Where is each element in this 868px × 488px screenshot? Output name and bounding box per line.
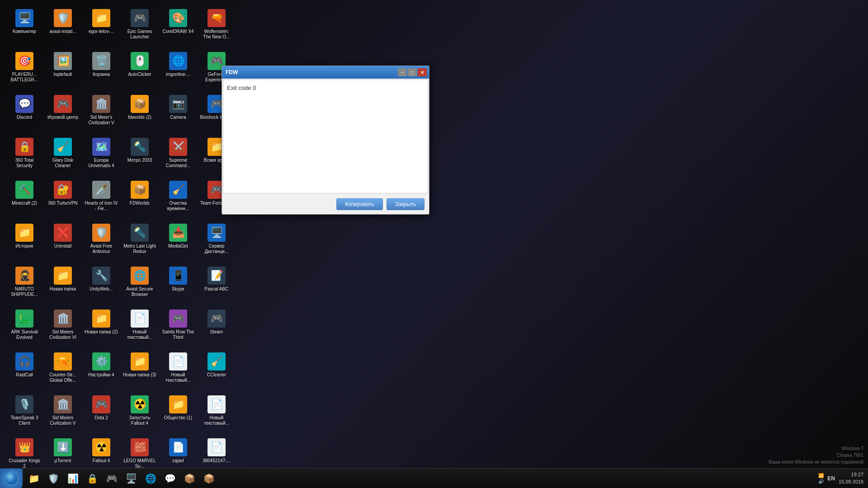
desktop-icon-discord[interactable]: 💬 Discord [7, 93, 42, 133]
icon-label-novaya-papka: Новая папка [50, 286, 76, 292]
taskbar-item-shield[interactable]: 🔒 [83, 470, 101, 487]
desktop-icon-hearts-iron[interactable]: 🗡️ Hearts of Iron IV - Fie... [84, 178, 119, 219]
desktop-icon-obshestvo1[interactable]: 📁 Общество (1) [160, 393, 196, 434]
desktop-icon-raidcall[interactable]: 🎧 RaidCall [7, 350, 42, 391]
desktop-icon-epic-games[interactable]: 🎮 Epic Games Launcher [122, 7, 157, 47]
desktop-icon-supreme[interactable]: ⚔️ Supreme Command... [160, 136, 196, 176]
taskbar-item-skype-task[interactable]: 💬 [161, 470, 179, 487]
desktop-icon-playerunknown[interactable]: 🎯 PLAYERU... BATTLEGR... [7, 50, 42, 90]
desktop-icon-novy-tekst2[interactable]: 📄 Новый текстовый... [160, 350, 196, 391]
desktop-icon-coreldraw[interactable]: 🎨 CorelDRAW X4 [160, 7, 196, 47]
desktop-icon-autoclicker[interactable]: 🖱️ AutoClicker [122, 50, 157, 90]
taskbar-item-ms-app[interactable]: 🖥️ [122, 470, 140, 487]
desktop-icon-europa[interactable]: 🗺️ Europa Universalis 4 [84, 136, 119, 176]
desktop-icon-novaya-papka3[interactable]: 📁 Новая папка (3) [122, 350, 157, 391]
maximize-button[interactable]: □ [408, 68, 417, 76]
desktop-icon-egor-letov[interactable]: 📁 egor-letov-... [84, 7, 119, 47]
icon-image-discord: 💬 [15, 95, 33, 113]
desktop-icon-novaya-papka[interactable]: 📁 Новая папка [45, 264, 80, 305]
desktop-icon-server-distant[interactable]: 🖥️ Сервер Дистанци... [199, 221, 234, 262]
desktop-icon-igrovoy[interactable]: 🎮 Игровой центр [45, 93, 80, 133]
icon-image-steam: 🎮 [208, 310, 226, 328]
desktop-icon-hqdefault[interactable]: 🖼️ hqdefault [45, 50, 80, 90]
icon-label-saints-row: Saints Row The Third [161, 329, 195, 340]
desktop-icon-ark[interactable]: 🦕 ARK Survival Evolved [7, 307, 42, 348]
desktop-icon-metro2033[interactable]: 🔦 Метро 2033 [122, 136, 157, 176]
desktop-icon-360security[interactable]: 🔒 360 Total Security [7, 136, 42, 176]
icon-label-igrovoy: Игровой центр [47, 115, 78, 120]
desktop-icon-glary[interactable]: 🧹 Glary Disk Cleaner [45, 136, 80, 176]
desktop-icon-computer[interactable]: 🖥️ Компьютер [7, 7, 42, 47]
icon-label-ark: ARK Survival Evolved [8, 329, 41, 340]
icon-label-fallout4-launch: Запустить Fallout 4 [123, 415, 156, 426]
desktop-icon-skype[interactable]: 📱 Skype [160, 264, 196, 305]
desktop-icon-fallout4-launch[interactable]: ☢️ Запустить Fallout 4 [122, 393, 157, 434]
desktop-icon-ccleaner[interactable]: 🧹 CCleaner [199, 350, 234, 391]
desktop-icon-minecraft2[interactable]: ⛏️ Minecraft (2) [7, 178, 42, 219]
desktop-icon-novy-tekst[interactable]: 📄 Новый текстовый... [122, 307, 157, 348]
desktop-icon-mediaget[interactable]: 📥 MediaGet [160, 221, 196, 262]
icon-label-360turbovpn: 360 TurboVPN [48, 201, 78, 206]
desktop-icon-ochistka[interactable]: 🧹 Очистка временн... [160, 178, 196, 219]
desktop-icon-sid-civ6[interactable]: 🏛️ Sid Meiers Civilization VI [45, 307, 80, 348]
desktop-icon-counter-strike[interactable]: 🔫 Counter-Str... Global Offe... [45, 350, 80, 391]
icon-image-computer: 🖥️ [15, 9, 33, 27]
minimize-button[interactable]: ─ [398, 68, 407, 76]
desktop-icon-avast-free[interactable]: 🛡️ Avast Free Antivirus [84, 221, 119, 262]
icon-label-unityweb: UnityWeb... [90, 286, 113, 292]
desktop-icon-korzina[interactable]: 🗑️ Корзина [84, 50, 119, 90]
taskbar-item-box2[interactable]: 📦 [200, 470, 218, 487]
icon-label-avast-secure: Avast Secure Browser [123, 286, 156, 297]
icon-label-uninstall: Uninstall [54, 244, 71, 249]
taskbar-item-avast[interactable]: 🛡️ [44, 470, 62, 487]
icon-label-avast-free: Avast Free Antivirus [85, 244, 118, 254]
desktop-icon-fdworlds2[interactable]: 📦 fdworlds (2) [122, 93, 157, 133]
desktop-icon-wolfenstein[interactable]: 🔫 Wolfenstein: The New O... [199, 7, 234, 47]
icon-label-dota2: Dota 2 [94, 415, 108, 421]
close-dialog-button[interactable]: Закрыть [387, 198, 425, 210]
desktop-icon-imgonline[interactable]: 🌐 imgonline-... [160, 50, 196, 90]
language-indicator[interactable]: EN [827, 475, 835, 482]
desktop-icon-teamspeak3[interactable]: 🎙️ TeamSpeak 3 Client [7, 393, 42, 434]
desktop-icon-nastroyki4[interactable]: ⚙️ Настройки 4 [84, 350, 119, 391]
desktop-icon-pascal-abc[interactable]: 📝 Pascal ABC [199, 264, 234, 305]
desktop-icon-dota2[interactable]: 🎮 Dota 2 [84, 393, 119, 434]
icon-image-sid-civ6: 🏛️ [54, 310, 72, 328]
icon-image-camera: 📷 [169, 95, 187, 113]
taskbar-item-box[interactable]: 📦 [180, 470, 198, 487]
icon-image-unityweb: 🔧 [92, 267, 110, 285]
icon-image-mediaget: 📥 [169, 224, 187, 242]
desktop-icon-360turbovpn[interactable]: 🔐 360 TurboVPN [45, 178, 80, 219]
desktop-icon-camera[interactable]: 📷 Camera [160, 93, 196, 133]
taskbar-item-bar-chart[interactable]: 📊 [64, 470, 82, 487]
icon-label-novy-tekst3: Новый текстовый... [200, 415, 233, 426]
icon-image-counter-strike: 🔫 [54, 352, 72, 371]
icon-image-fdworlds: 📦 [131, 181, 149, 199]
icon-label-380452147: 380452147-... [203, 458, 231, 464]
desktop-icon-steam[interactable]: 🎮 Steam [199, 307, 234, 348]
icon-label-teamspeak3: TeamSpeak 3 Client [8, 415, 41, 426]
desktop-icon-unityweb[interactable]: 🔧 UnityWeb... [84, 264, 119, 305]
desktop-icon-avast-install[interactable]: 🛡️ avast-instal... [45, 7, 80, 47]
desktop-icon-metro-last[interactable]: 🔦 Metro Last Light Redux [122, 221, 157, 262]
desktop-icon-novy-tekst3[interactable]: 📄 Новый текстовый... [199, 393, 234, 434]
desktop-icon-istoriya[interactable]: 📁 История [7, 221, 42, 262]
taskbar-item-explorer[interactable]: 📁 [25, 470, 43, 487]
icon-image-coreldraw: 🎨 [169, 9, 187, 27]
desktop-icon-avast-secure[interactable]: 🌐 Avast Secure Browser [122, 264, 157, 305]
desktop-icon-fdworlds[interactable]: 📦 FDWorlds [122, 178, 157, 219]
desktop-icon-sid-civ5[interactable]: 🏛️ Sid Meiers Civilization V [45, 393, 80, 434]
icon-image-novaya-papka: 📁 [54, 267, 72, 285]
taskbar-item-dota[interactable]: 🎮 [103, 470, 121, 487]
close-window-button[interactable]: ✕ [418, 68, 427, 76]
desktop-icon-novaya-papka2[interactable]: 📁 Новая папка (2) [84, 307, 119, 348]
icon-label-sid-civ5: Sid Meiers Civilization V [46, 415, 80, 426]
start-button[interactable] [0, 469, 23, 488]
copy-button[interactable]: Копировать [336, 198, 383, 210]
taskbar-item-opera[interactable]: 🌐 [142, 470, 160, 487]
desktop-icon-naruto[interactable]: 🥷 NARUTO SHIPPUDE... [7, 264, 42, 305]
desktop-icon-saints-row[interactable]: 🎮 Saints Row The Third [160, 307, 196, 348]
desktop-icon-civilization5[interactable]: 🏛️ Sid Meier's Civilization V [84, 93, 119, 133]
desktop-icon-uninstall[interactable]: ❌ Uninstall [45, 221, 80, 262]
clock-time: 19:27 [839, 471, 863, 478]
